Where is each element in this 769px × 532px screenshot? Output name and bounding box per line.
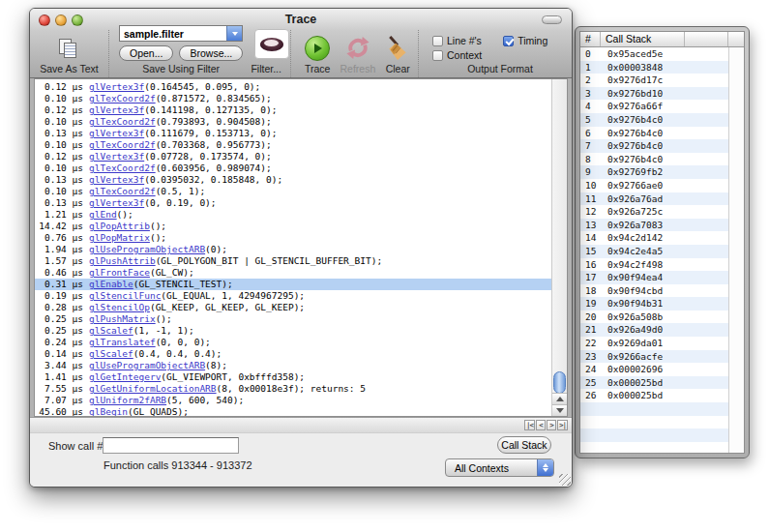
function-name-link[interactable]: glVertex3f <box>89 151 144 162</box>
call-stack-row[interactable]: 15 0x94c2e4a5 <box>580 245 728 258</box>
call-stack-row[interactable]: 18 0x90f94cbd <box>580 284 728 298</box>
call-stack-row[interactable]: 8 0x9276b4c0 <box>580 153 728 166</box>
trace-button[interactable]: Trace <box>305 36 330 74</box>
function-name-link[interactable]: glTexCoord2f <box>89 186 156 196</box>
filter-button[interactable]: Filter... <box>243 29 289 74</box>
function-name-link[interactable]: glVertex3f <box>89 174 144 185</box>
function-name-link[interactable]: glEnable <box>89 279 133 289</box>
go-first-button[interactable]: |< <box>524 420 535 430</box>
function-name-link[interactable]: glUseProgramObjectARB <box>89 360 205 370</box>
function-name-link[interactable]: glTranslatef <box>89 337 156 347</box>
trace-call-row[interactable]: 0.12 µsglVertex3f(0.07728, 0.173574, 0); <box>35 151 551 163</box>
call-stack-row[interactable]: 22 0x9269da01 <box>580 337 728 350</box>
trace-call-row[interactable]: 0.10 µsglTexCoord2f(0.703368, 0.956773); <box>35 139 551 151</box>
trace-call-row[interactable]: 0.12 µsglVertex3f(0.141198, 0.127135, 0)… <box>35 104 551 116</box>
scroll-down-button[interactable] <box>552 404 567 416</box>
show-call-input[interactable] <box>103 437 239 454</box>
function-name-link[interactable]: glTexCoord2f <box>89 139 156 150</box>
call-stack-row[interactable]: 21 0x926a49d0 <box>580 323 728 337</box>
call-stack-row[interactable]: 25 0x000025bd <box>580 376 728 390</box>
function-name-link[interactable]: glEnd <box>89 209 117 220</box>
trace-call-row[interactable]: 14.42 µsglPopAttrib(); <box>35 221 551 232</box>
call-stack-row[interactable]: 24 0x00002696 <box>580 363 728 376</box>
function-name-link[interactable]: glTexCoord2f <box>89 163 156 173</box>
browse-button[interactable]: Browse... <box>179 45 243 61</box>
trace-call-row[interactable]: 0.12 µsglVertex3f(0.164545, 0.095, 0); <box>35 81 551 93</box>
trace-call-row[interactable]: 0.31 µsglEnable(GL_STENCIL_TEST); <box>35 279 551 290</box>
function-name-link[interactable]: glScalef <box>89 325 133 336</box>
function-name-link[interactable]: glStencilFunc <box>89 290 161 301</box>
call-stack-row[interactable]: 16 0x94c2f498 <box>580 258 728 272</box>
trace-call-row[interactable]: 0.14 µsglScalef(0.4, 0.4, 0.4); <box>35 348 551 360</box>
call-stack-row[interactable]: 10 0x92766ae0 <box>580 179 728 192</box>
call-stack-row[interactable]: 1 0x00003848 <box>580 61 728 74</box>
function-name-link[interactable]: glStencilOp <box>89 302 150 312</box>
trace-call-row[interactable]: 7.07 µsglUniform2fARB(5, 600, 540); <box>35 395 551 406</box>
function-name-link[interactable]: glPopAttrib <box>89 221 150 231</box>
scrollbar-thumb[interactable] <box>553 371 566 394</box>
column-header-number[interactable]: # <box>580 32 601 46</box>
function-name-link[interactable]: glScalef <box>89 348 133 359</box>
call-stack-row[interactable]: 19 0x90f94b31 <box>580 297 728 310</box>
scroll-up-button[interactable] <box>552 393 567 404</box>
trace-call-row[interactable]: 0.25 µsglScalef(1, -1, 1); <box>35 325 551 337</box>
trace-call-row[interactable]: 0.10 µsglTexCoord2f(0.603956, 0.989074); <box>35 163 551 174</box>
call-stack-row[interactable]: 5 0x9276b4c0 <box>580 113 728 127</box>
call-stack-row[interactable]: 12 0x926a725c <box>580 205 728 219</box>
trace-call-row[interactable]: 0.25 µsglPushMatrix(); <box>35 313 551 325</box>
trace-call-row[interactable]: 3.44 µsglUseProgramObjectARB(8); <box>35 360 551 371</box>
trace-call-row[interactable]: 0.13 µsglVertex3f(0.0395032, 0.185848, 0… <box>35 174 551 186</box>
call-stack-row[interactable]: 6 0x9276b4c0 <box>580 127 728 140</box>
trace-call-row[interactable]: 0.76 µsglPopMatrix(); <box>35 232 551 244</box>
function-name-link[interactable]: glBegin <box>89 406 128 416</box>
function-name-link[interactable]: glGetIntegerv <box>89 371 161 382</box>
title-bar[interactable]: Trace <box>30 9 572 30</box>
function-name-link[interactable]: glPushAttrib <box>89 255 156 266</box>
function-name-link[interactable]: glUseProgramObjectARB <box>89 244 205 254</box>
call-stack-row[interactable]: 17 0x90f94ea4 <box>580 271 728 284</box>
function-name-link[interactable]: glVertex3f <box>89 104 144 115</box>
go-next-button[interactable]: > <box>547 420 556 430</box>
trace-call-row[interactable]: 0.19 µsglStencilFunc(GL_EQUAL, 1, 429496… <box>35 290 551 302</box>
filter-combobox[interactable]: sample.filter <box>119 25 243 42</box>
call-stack-row[interactable]: 11 0x926a76ad <box>580 192 728 206</box>
call-stack-row[interactable]: 26 0x000025bd <box>580 389 728 402</box>
trace-call-row[interactable]: 0.28 µsglStencilOp(GL_KEEP, GL_KEEP, GL_… <box>35 302 551 313</box>
trace-call-row[interactable]: 1.94 µsglUseProgramObjectARB(0); <box>35 244 551 255</box>
function-name-link[interactable]: glPopMatrix <box>89 232 150 243</box>
timing-checkbox[interactable]: Timing <box>503 35 547 46</box>
column-header-blank[interactable] <box>685 32 728 46</box>
trace-call-row[interactable]: 45.60 µsglBegin(GL_QUADS); <box>35 406 551 416</box>
call-stack-button[interactable]: Call Stack <box>497 436 551 454</box>
refresh-button[interactable]: Refresh <box>340 35 375 74</box>
function-name-link[interactable]: glVertex3f <box>89 128 144 138</box>
trace-call-row[interactable]: 0.13 µsglVertex3f(0, 0.19, 0); <box>35 197 551 209</box>
function-name-link[interactable]: glFrontFace <box>89 267 150 278</box>
call-stack-row[interactable]: 20 0x926a508b <box>580 310 728 324</box>
go-last-button[interactable]: >| <box>557 420 568 430</box>
call-stack-row[interactable]: 0 0x95aced5e <box>580 47 728 61</box>
call-stack-row[interactable]: 4 0x9276a66f <box>580 100 728 113</box>
trace-call-row[interactable]: 0.13 µsglVertex3f(0.111679, 0.153713, 0)… <box>35 128 551 139</box>
trace-call-row[interactable]: 0.24 µsglTranslatef(0, 0, 0); <box>35 337 551 348</box>
function-name-link[interactable]: glUniform2fARB <box>89 395 166 405</box>
call-stack-row[interactable]: 13 0x926a7083 <box>580 219 728 232</box>
call-stack-row[interactable]: 14 0x94c2d142 <box>580 231 728 245</box>
contexts-popup[interactable]: All Contexts <box>445 458 554 477</box>
go-previous-button[interactable]: < <box>536 420 546 430</box>
function-name-link[interactable]: glVertex3f <box>89 81 144 92</box>
function-name-link[interactable]: glTexCoord2f <box>89 93 156 103</box>
call-stack-row[interactable]: 2 0x9276d17c <box>580 74 728 87</box>
resize-grip[interactable] <box>559 474 571 486</box>
save-as-text-button[interactable]: Save As Text <box>40 39 99 74</box>
function-name-link[interactable]: glGetUniformLocationARB <box>89 383 217 394</box>
line-numbers-checkbox[interactable]: Line #'s <box>432 35 482 46</box>
function-name-link[interactable]: glVertex3f <box>89 197 144 208</box>
call-stack-row[interactable]: 7 0x9276b4c0 <box>580 139 728 153</box>
trace-call-row[interactable]: 0.46 µsglFrontFace(GL_CW); <box>35 267 551 279</box>
clear-button[interactable]: Clear <box>385 35 410 74</box>
function-name-link[interactable]: glPushMatrix <box>89 313 156 324</box>
context-checkbox[interactable]: Context <box>432 49 482 61</box>
trace-call-row[interactable]: 1.57 µsglPushAttrib(GL_POLYGON_BIT | GL_… <box>35 255 551 267</box>
combobox-dropdown-button[interactable] <box>226 26 242 41</box>
